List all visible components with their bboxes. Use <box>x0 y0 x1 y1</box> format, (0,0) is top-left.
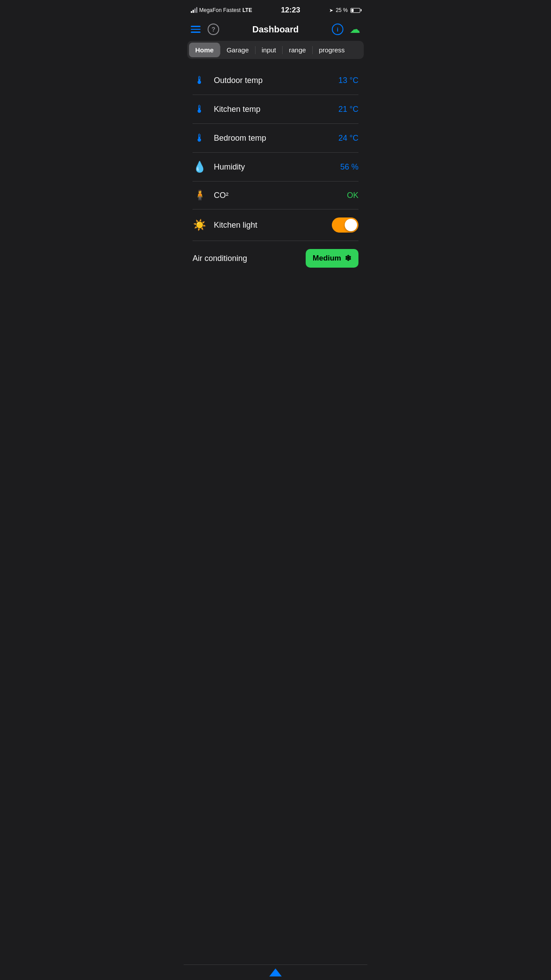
nav-bar: ? Dashboard i ☁ <box>184 20 367 41</box>
thermometer-kitchen-icon: 🌡 <box>193 103 207 115</box>
air-conditioning-row: Air conditioning Medium ❄ <box>191 241 360 276</box>
sun-icon: ☀️ <box>193 219 207 231</box>
kitchen-light-label: Kitchen light <box>214 221 257 230</box>
location-icon: ➤ <box>329 8 333 13</box>
co2-left: 🧍 CO² <box>193 190 228 201</box>
outdoor-temp-value: 13 °C <box>338 76 358 85</box>
tabs-bar: Home Garage input range progress <box>187 41 364 59</box>
outdoor-temp-left: 🌡 Outdoor temp <box>193 74 263 87</box>
kitchen-light-left: ☀️ Kitchen light <box>193 219 257 231</box>
toggle-knob <box>345 219 357 231</box>
hamburger-menu-icon[interactable] <box>191 26 201 33</box>
snowflake-icon: ❄ <box>345 253 351 263</box>
thermometer-outdoor-icon: 🌡 <box>193 74 207 87</box>
tab-range[interactable]: range <box>283 43 312 57</box>
bedroom-temp-left: 🌡 Bedroom temp <box>193 132 266 144</box>
thermometer-bedroom-icon: 🌡 <box>193 132 207 144</box>
tab-home[interactable]: Home <box>189 43 220 57</box>
ac-label: Air conditioning <box>193 254 247 263</box>
status-time: 12:23 <box>281 6 300 15</box>
signal-bars-icon <box>191 8 197 13</box>
water-drop-icon: 💧 <box>193 161 207 173</box>
nav-left: ? <box>191 24 219 35</box>
co2-value: OK <box>347 191 358 200</box>
kitchen-temp-value: 21 °C <box>338 105 358 114</box>
battery-percent: 25 % <box>336 7 348 13</box>
tab-garage[interactable]: Garage <box>220 43 255 57</box>
nav-right: i ☁ <box>332 23 360 36</box>
bedroom-temp-label: Bedroom temp <box>214 134 266 143</box>
main-content: 🌡 Outdoor temp 13 °C 🌡 Kitchen temp 21 °… <box>184 63 367 279</box>
humidity-left: 💧 Humidity <box>193 161 245 173</box>
kitchen-temp-left: 🌡 Kitchen temp <box>193 103 260 115</box>
kitchen-light-row: ☀️ Kitchen light <box>191 209 360 241</box>
outdoor-temp-label: Outdoor temp <box>214 76 263 85</box>
kitchen-temp-row: 🌡 Kitchen temp 21 °C <box>191 95 360 123</box>
battery-icon <box>350 8 360 13</box>
person-co2-icon: 🧍 <box>193 190 207 201</box>
tab-progress[interactable]: progress <box>313 43 351 57</box>
bedroom-temp-value: 24 °C <box>338 134 358 143</box>
carrier-label: MegaFon Fastest <box>199 7 240 13</box>
page-title: Dashboard <box>252 24 299 35</box>
kitchen-light-toggle[interactable] <box>332 217 358 233</box>
bedroom-temp-row: 🌡 Bedroom temp 24 °C <box>191 124 360 152</box>
ac-mode-button[interactable]: Medium ❄ <box>306 249 358 268</box>
network-type-label: LTE <box>242 7 252 13</box>
ac-mode-label: Medium <box>313 254 341 263</box>
status-right: ➤ 25 % <box>329 7 360 13</box>
co2-label: CO² <box>214 191 228 200</box>
humidity-row: 💧 Humidity 56 % <box>191 153 360 181</box>
info-icon-label: i <box>337 26 338 33</box>
outdoor-temp-row: 🌡 Outdoor temp 13 °C <box>191 66 360 95</box>
status-bar: MegaFon Fastest LTE 12:23 ➤ 25 % <box>184 0 367 20</box>
kitchen-temp-label: Kitchen temp <box>214 105 260 114</box>
help-icon-label: ? <box>212 26 216 33</box>
status-left: MegaFon Fastest LTE <box>191 7 252 13</box>
co2-row: 🧍 CO² OK <box>191 182 360 209</box>
tab-input[interactable]: input <box>256 43 283 57</box>
cloud-icon[interactable]: ☁ <box>350 23 360 36</box>
help-button[interactable]: ? <box>208 24 219 35</box>
info-button[interactable]: i <box>332 24 343 35</box>
humidity-value: 56 % <box>340 162 358 172</box>
humidity-label: Humidity <box>214 162 245 172</box>
